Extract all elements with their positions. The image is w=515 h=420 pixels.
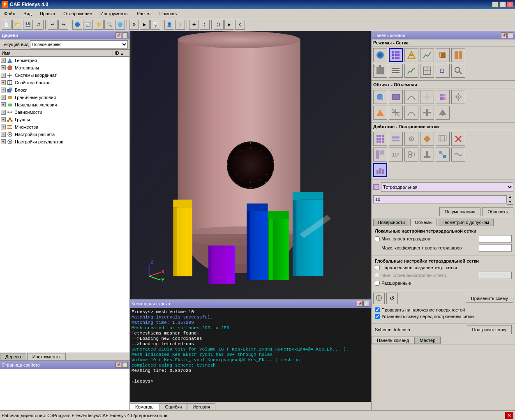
expand-coords[interactable]: + (1, 73, 6, 78)
mode-table[interactable] (389, 64, 403, 78)
tree-panel-controls[interactable]: 📌 × (115, 32, 128, 38)
tree-col-id[interactable]: ID ▲ (113, 50, 129, 56)
update-button[interactable]: Обновить (482, 207, 513, 216)
tab-volumes[interactable]: Объёмы (410, 219, 437, 226)
bp-tab-commands[interactable]: Панель команд (372, 337, 414, 344)
tool-open[interactable]: 📂 (12, 20, 22, 30)
expand-boundary[interactable]: + (1, 95, 6, 100)
tool-coord-plus[interactable]: ✚ (189, 20, 199, 30)
obj-surface[interactable] (389, 90, 403, 104)
tree-pin-button[interactable]: 📌 (115, 32, 121, 38)
obj-point-group[interactable] (420, 90, 434, 104)
tab-surfaces[interactable]: Поверхности (373, 219, 409, 226)
close-button[interactable]: × (507, 2, 513, 7)
tree-item-blocks[interactable]: + Блоки (0, 86, 129, 94)
cmd-pin-button[interactable]: 📌 (357, 301, 363, 307)
menu-tools[interactable]: Инструменты (98, 10, 131, 17)
cmd-close-button[interactable]: × (363, 301, 369, 307)
action-smooth[interactable] (404, 148, 418, 162)
mode-3d-box[interactable] (436, 48, 450, 62)
tool-pan[interactable]: ✋ (94, 20, 104, 30)
obj-triangle[interactable] (373, 106, 387, 120)
tree-item-coords[interactable]: + Системы координат (0, 72, 129, 79)
mode-mesh[interactable] (389, 48, 403, 62)
action-mesh-surface[interactable] (389, 132, 403, 146)
obj-people[interactable] (436, 90, 450, 104)
error-indicator[interactable]: ✕ (505, 412, 513, 419)
tool-undo[interactable]: ↩ (48, 20, 58, 30)
mode-chart[interactable] (404, 64, 418, 78)
tree-item-materials[interactable]: + Материалы (0, 64, 129, 72)
window-controls[interactable]: _ □ × (492, 2, 513, 7)
action-mesh-all[interactable] (373, 132, 387, 146)
expand-materials[interactable]: + (1, 65, 6, 70)
expand-sets[interactable]: + (1, 125, 6, 129)
action-delete[interactable] (451, 132, 465, 146)
action-vertex[interactable] (404, 132, 418, 146)
mode-time[interactable]: t = 0 (373, 64, 387, 78)
parallel-checkbox[interactable] (375, 265, 380, 270)
tree-item-result-settings[interactable]: + Настройки результатов (0, 138, 129, 145)
menu-view[interactable]: Вид (21, 10, 34, 17)
tool-sim2[interactable]: ⟩⟩ (235, 20, 245, 30)
tab-geometry-tolerance[interactable]: Геометрия с допуском (438, 219, 494, 226)
tool-sim1[interactable]: ⟩⟩ (214, 20, 224, 30)
minimize-button[interactable]: _ (492, 2, 499, 7)
action-map[interactable] (420, 132, 434, 146)
tree-close-button[interactable]: × (122, 32, 128, 38)
tool-mesh[interactable]: ⚙ (129, 20, 139, 30)
tool-new[interactable]: 📄 (2, 20, 12, 30)
value-scrollbar[interactable]: ▲ ▼ (507, 194, 513, 205)
min-aniso-checkbox[interactable] (375, 273, 380, 278)
action-zoom-in[interactable] (436, 132, 450, 146)
menu-display[interactable]: Отображение (61, 10, 95, 17)
props-close-button[interactable]: × (122, 362, 128, 368)
info-button[interactable]: ⓘ (373, 293, 385, 304)
cmd-tab-commands[interactable]: Команды (130, 403, 160, 410)
action-wave[interactable] (451, 148, 465, 162)
mode-split[interactable] (451, 48, 465, 62)
tree-item-initial[interactable]: + Начальные условия (0, 101, 129, 108)
tab-tree[interactable]: Дерево (0, 353, 26, 360)
action-transform[interactable] (436, 148, 450, 162)
expand-blocks[interactable]: + (1, 88, 6, 92)
tree-item-sets[interactable]: + Множества (0, 123, 129, 131)
expand-initial[interactable]: + (1, 102, 6, 107)
setup-before-checkbox[interactable] (375, 314, 380, 319)
tab-tools[interactable]: Инструменты (27, 353, 66, 360)
mode-geometry[interactable] (373, 48, 387, 62)
obj-cross[interactable] (389, 106, 403, 120)
maximize-button[interactable]: □ (499, 2, 506, 7)
menu-help[interactable]: Помощь (157, 10, 180, 17)
bp-tab-master[interactable]: Мастер (414, 337, 441, 344)
tool-select[interactable]: 🔵 (72, 20, 82, 30)
action-fine[interactable]: 10² (389, 148, 403, 162)
obj-arc[interactable] (404, 106, 418, 120)
expand-calc-settings[interactable]: + (1, 132, 6, 137)
tool-3d[interactable]: 🌐 (115, 20, 125, 30)
tool-print[interactable]: 🖨 (34, 20, 44, 30)
tool-save[interactable]: 💾 (23, 20, 33, 30)
tree-item-geometry[interactable]: + Геометрия (0, 57, 129, 64)
mode-grid[interactable] (420, 64, 434, 78)
max-growth-input[interactable] (479, 244, 512, 252)
right-pin-button[interactable]: 📌 (501, 32, 507, 38)
obj-cube[interactable] (373, 90, 387, 104)
advanced-checkbox[interactable] (375, 281, 380, 286)
tree-item-deps[interactable]: + Зависимости (0, 108, 129, 116)
viewport-3d[interactable]: X Y Z (130, 31, 371, 299)
tree-item-groups[interactable]: + Группы (0, 116, 129, 123)
expand-groups[interactable]: + (1, 117, 6, 122)
mesh-value-input[interactable] (373, 195, 507, 203)
mode-omega[interactable]: Ω (436, 64, 450, 78)
min-layers-input[interactable] (479, 235, 512, 242)
tool-redo[interactable]: ↪ (58, 20, 68, 30)
mode-search[interactable] (451, 64, 465, 78)
tree-item-calc-settings[interactable]: + Настройки расчета (0, 131, 129, 138)
build-mesh-button[interactable]: Построить сетку (467, 325, 512, 334)
cmd-tab-history[interactable]: История (187, 403, 215, 410)
expand-result-settings[interactable]: + (1, 139, 6, 144)
tool-results[interactable]: 📊 (150, 20, 160, 30)
tool-run[interactable]: ▶ (140, 20, 150, 30)
scroll-up-btn[interactable]: ▲ (507, 194, 513, 199)
